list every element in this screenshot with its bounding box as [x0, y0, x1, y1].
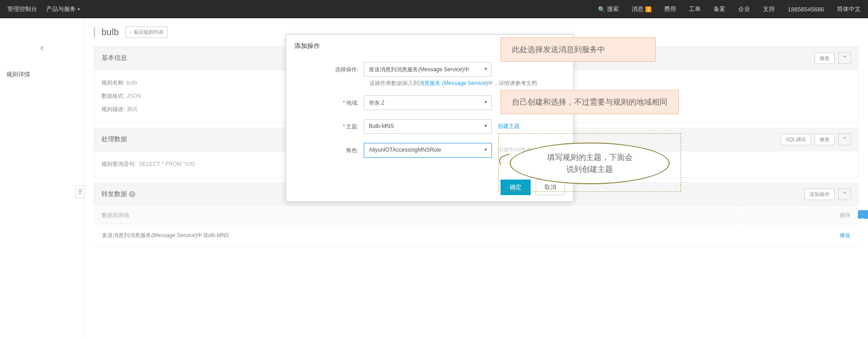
back-icon[interactable]: ‹	[0, 37, 84, 67]
page-title: bulb	[101, 27, 119, 37]
sql-debug-button[interactable]: SQL调试	[781, 134, 811, 145]
nav-search-label: 搜索	[607, 5, 619, 13]
role-select[interactable]: AliyunIOTAccessingMNSRole	[364, 143, 492, 158]
collapse-icon[interactable]: ⌃	[838, 188, 851, 200]
nav-messages-label: 消息	[632, 5, 644, 13]
sidebar-item-rule-detail[interactable]: 规则详情	[0, 67, 84, 82]
region-label: 地域:	[346, 100, 358, 106]
nav-console[interactable]: 管理控制台	[7, 5, 37, 13]
topic-select[interactable]: Bulb-MNS	[364, 119, 492, 134]
query-value: SELECT * FROM "/UG	[139, 161, 195, 167]
search-icon: 🔍	[598, 6, 605, 13]
desc-value: 测试	[127, 106, 138, 112]
nav-filing[interactable]: 备案	[714, 5, 725, 13]
col-dest: 数据目的地	[95, 207, 740, 224]
nav-fees[interactable]: 费用	[664, 5, 676, 13]
dest-value: 发送消息到消息服务(Message Service)中:Bulb-MNS	[95, 225, 740, 246]
content-area: bulb ↑ 返回规则列表 基本信息 修改 ⌃ 规则名称: bulb 数据格式:…	[85, 18, 868, 338]
nav-account[interactable]: 18656545686	[788, 6, 824, 13]
nav-search[interactable]: 🔍 搜索	[598, 5, 619, 13]
format-value: JSON	[127, 93, 141, 99]
rule-name-value: bulb	[127, 79, 137, 86]
basic-modify-button[interactable]: 修改	[815, 53, 835, 64]
ok-button[interactable]: 确定	[501, 180, 531, 195]
help-icon[interactable]: ?	[129, 191, 135, 197]
side-nav: ‹ 规则详情	[0, 18, 85, 338]
messages-badge: 1	[645, 6, 652, 12]
back-to-list-button[interactable]: ↑ 返回规则列表	[125, 26, 168, 38]
nav-products[interactable]: 产品与服务 ▾	[46, 5, 80, 13]
rule-name-label: 规则名称:	[101, 79, 125, 86]
annotation-callout-1: 此处选择发送消息到服务中	[501, 37, 656, 62]
col-action: 操作	[741, 207, 858, 224]
mns-doc-link[interactable]: 消息服务 (Message Service)	[419, 80, 488, 86]
nav-tickets[interactable]: 工单	[689, 5, 701, 13]
forward-table: 数据目的地 操作 发送消息到消息服务(Message Service)中:Bul…	[94, 206, 859, 247]
desc-label: 规则描述:	[101, 106, 125, 112]
back-to-list-label: 返回规则列表	[133, 29, 164, 36]
nav-enterprise[interactable]: 企业	[738, 5, 750, 13]
role-label: 角色:	[304, 147, 364, 154]
collapse-icon[interactable]: ⌃	[838, 52, 851, 64]
top-nav: 管理控制台 产品与服务 ▾ 🔍 搜索 消息 1 费用 工单 备案 企业 支持 1…	[0, 0, 868, 18]
query-label: 规则查询语句:	[101, 161, 136, 167]
nav-products-label: 产品与服务	[46, 5, 76, 13]
op-description: 该操作将数据插入到消息服务 (Message Service)中，详情请参考文档	[304, 79, 555, 87]
table-row: 发送消息到消息服务(Message Service)中:Bulb-MNS 修改	[95, 225, 858, 246]
panel-process-title: 处理数据	[101, 135, 127, 143]
format-label: 数据格式:	[101, 93, 125, 99]
operation-select[interactable]: 发送消息到消息服务(Message Service)中	[364, 62, 492, 77]
annotation-callout-2: 自己创建和选择，不过需要与规则的地域相同	[501, 90, 679, 114]
up-arrow-icon: ↑	[129, 30, 132, 35]
nav-support[interactable]: 支持	[763, 5, 775, 13]
chevron-down-icon: ▾	[78, 7, 80, 11]
add-action-button[interactable]: 添加操作	[804, 189, 835, 200]
row-modify-link[interactable]: 修改	[840, 232, 851, 238]
sidebar-toggle[interactable]: ☰	[75, 185, 85, 198]
process-modify-button[interactable]: 修改	[815, 134, 835, 145]
topic-label: 主题:	[346, 123, 358, 130]
panel-forward-title: 转发数据	[101, 190, 127, 198]
nav-lang[interactable]: 简体中文	[837, 5, 861, 13]
op-label: 选择操作:	[304, 66, 364, 74]
title-bar-icon	[94, 27, 95, 38]
nav-messages[interactable]: 消息 1	[632, 5, 652, 13]
collapse-icon[interactable]: ⌃	[838, 133, 851, 145]
panel-basic-title: 基本信息	[101, 54, 127, 62]
region-select[interactable]: 华东 2	[364, 95, 492, 110]
annotation-bubble-1: 填写规则的主题，下面会 说到创建主题	[510, 143, 670, 184]
create-topic-link[interactable]: 创建主题	[498, 123, 520, 129]
feedback-tab[interactable]: 咨询·建议	[858, 210, 868, 219]
